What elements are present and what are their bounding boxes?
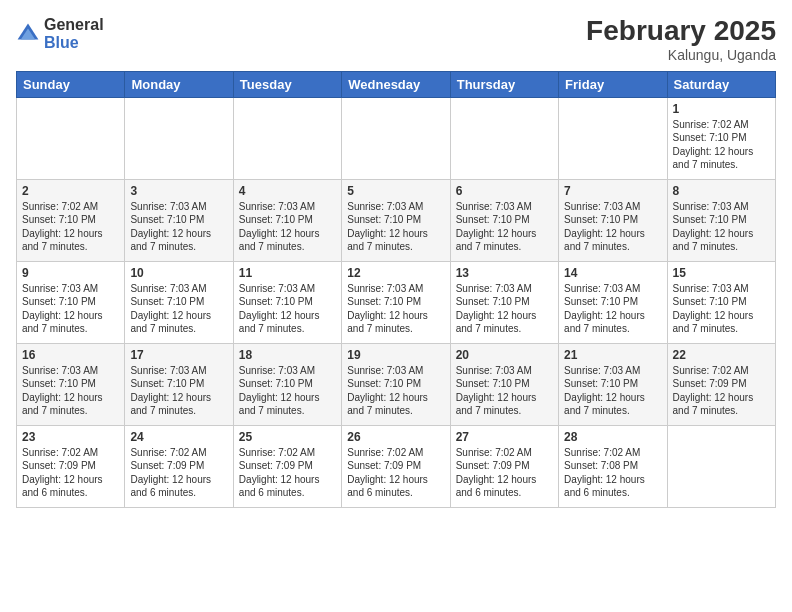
calendar-day-cell [667,425,775,507]
page: General Blue February 2025 Kalungu, Ugan… [0,0,792,612]
day-info: Sunrise: 7:03 AM Sunset: 7:10 PM Dayligh… [130,364,227,418]
day-number: 2 [22,184,119,198]
calendar-day-cell [125,97,233,179]
day-number: 6 [456,184,553,198]
day-info: Sunrise: 7:03 AM Sunset: 7:10 PM Dayligh… [22,364,119,418]
day-number: 23 [22,430,119,444]
calendar-day-header: Saturday [667,71,775,97]
day-info: Sunrise: 7:03 AM Sunset: 7:10 PM Dayligh… [22,282,119,336]
day-info: Sunrise: 7:03 AM Sunset: 7:10 PM Dayligh… [239,282,336,336]
calendar-day-cell: 9Sunrise: 7:03 AM Sunset: 7:10 PM Daylig… [17,261,125,343]
calendar-day-cell: 17Sunrise: 7:03 AM Sunset: 7:10 PM Dayli… [125,343,233,425]
calendar-day-header: Monday [125,71,233,97]
calendar-day-cell: 15Sunrise: 7:03 AM Sunset: 7:10 PM Dayli… [667,261,775,343]
logo: General Blue [16,16,104,51]
day-number: 5 [347,184,444,198]
calendar-day-cell: 19Sunrise: 7:03 AM Sunset: 7:10 PM Dayli… [342,343,450,425]
day-number: 21 [564,348,661,362]
month-title: February 2025 [586,16,776,47]
calendar-day-cell [450,97,558,179]
day-number: 11 [239,266,336,280]
location: Kalungu, Uganda [586,47,776,63]
day-info: Sunrise: 7:02 AM Sunset: 7:10 PM Dayligh… [22,200,119,254]
day-number: 4 [239,184,336,198]
day-number: 27 [456,430,553,444]
calendar-day-cell: 11Sunrise: 7:03 AM Sunset: 7:10 PM Dayli… [233,261,341,343]
day-info: Sunrise: 7:03 AM Sunset: 7:10 PM Dayligh… [456,364,553,418]
day-number: 18 [239,348,336,362]
day-number: 9 [22,266,119,280]
calendar-week-row: 16Sunrise: 7:03 AM Sunset: 7:10 PM Dayli… [17,343,776,425]
day-number: 15 [673,266,770,280]
day-number: 8 [673,184,770,198]
day-info: Sunrise: 7:02 AM Sunset: 7:08 PM Dayligh… [564,446,661,500]
calendar-day-cell: 13Sunrise: 7:03 AM Sunset: 7:10 PM Dayli… [450,261,558,343]
calendar-day-header: Tuesday [233,71,341,97]
day-info: Sunrise: 7:03 AM Sunset: 7:10 PM Dayligh… [239,364,336,418]
logo-text: General Blue [44,16,104,51]
day-info: Sunrise: 7:03 AM Sunset: 7:10 PM Dayligh… [130,282,227,336]
calendar-day-cell: 20Sunrise: 7:03 AM Sunset: 7:10 PM Dayli… [450,343,558,425]
day-number: 14 [564,266,661,280]
day-info: Sunrise: 7:03 AM Sunset: 7:10 PM Dayligh… [239,200,336,254]
day-info: Sunrise: 7:02 AM Sunset: 7:09 PM Dayligh… [456,446,553,500]
day-info: Sunrise: 7:03 AM Sunset: 7:10 PM Dayligh… [564,282,661,336]
logo-icon [16,22,40,46]
day-info: Sunrise: 7:03 AM Sunset: 7:10 PM Dayligh… [130,200,227,254]
calendar-day-cell: 6Sunrise: 7:03 AM Sunset: 7:10 PM Daylig… [450,179,558,261]
day-number: 22 [673,348,770,362]
day-info: Sunrise: 7:03 AM Sunset: 7:10 PM Dayligh… [673,200,770,254]
day-number: 19 [347,348,444,362]
calendar-day-cell: 12Sunrise: 7:03 AM Sunset: 7:10 PM Dayli… [342,261,450,343]
calendar-week-row: 1Sunrise: 7:02 AM Sunset: 7:10 PM Daylig… [17,97,776,179]
calendar-day-header: Friday [559,71,667,97]
day-number: 17 [130,348,227,362]
day-number: 13 [456,266,553,280]
calendar-day-cell [233,97,341,179]
calendar-day-cell: 16Sunrise: 7:03 AM Sunset: 7:10 PM Dayli… [17,343,125,425]
header: General Blue February 2025 Kalungu, Ugan… [16,16,776,63]
calendar-day-cell: 26Sunrise: 7:02 AM Sunset: 7:09 PM Dayli… [342,425,450,507]
calendar-day-cell [342,97,450,179]
day-info: Sunrise: 7:03 AM Sunset: 7:10 PM Dayligh… [347,282,444,336]
day-number: 1 [673,102,770,116]
day-number: 24 [130,430,227,444]
calendar-day-cell: 21Sunrise: 7:03 AM Sunset: 7:10 PM Dayli… [559,343,667,425]
calendar-day-cell: 23Sunrise: 7:02 AM Sunset: 7:09 PM Dayli… [17,425,125,507]
title-block: February 2025 Kalungu, Uganda [586,16,776,63]
calendar-day-cell: 25Sunrise: 7:02 AM Sunset: 7:09 PM Dayli… [233,425,341,507]
calendar-week-row: 9Sunrise: 7:03 AM Sunset: 7:10 PM Daylig… [17,261,776,343]
calendar-day-header: Thursday [450,71,558,97]
day-info: Sunrise: 7:03 AM Sunset: 7:10 PM Dayligh… [456,200,553,254]
calendar-day-cell: 2Sunrise: 7:02 AM Sunset: 7:10 PM Daylig… [17,179,125,261]
day-info: Sunrise: 7:02 AM Sunset: 7:09 PM Dayligh… [130,446,227,500]
calendar-day-header: Wednesday [342,71,450,97]
calendar-week-row: 2Sunrise: 7:02 AM Sunset: 7:10 PM Daylig… [17,179,776,261]
day-info: Sunrise: 7:03 AM Sunset: 7:10 PM Dayligh… [564,200,661,254]
calendar-table: SundayMondayTuesdayWednesdayThursdayFrid… [16,71,776,508]
calendar-week-row: 23Sunrise: 7:02 AM Sunset: 7:09 PM Dayli… [17,425,776,507]
calendar-day-cell: 7Sunrise: 7:03 AM Sunset: 7:10 PM Daylig… [559,179,667,261]
day-info: Sunrise: 7:02 AM Sunset: 7:10 PM Dayligh… [673,118,770,172]
day-number: 26 [347,430,444,444]
day-number: 12 [347,266,444,280]
calendar-day-cell: 22Sunrise: 7:02 AM Sunset: 7:09 PM Dayli… [667,343,775,425]
day-number: 16 [22,348,119,362]
logo-blue: Blue [44,34,104,52]
day-info: Sunrise: 7:02 AM Sunset: 7:09 PM Dayligh… [239,446,336,500]
calendar-day-cell: 5Sunrise: 7:03 AM Sunset: 7:10 PM Daylig… [342,179,450,261]
calendar-day-cell: 8Sunrise: 7:03 AM Sunset: 7:10 PM Daylig… [667,179,775,261]
day-info: Sunrise: 7:02 AM Sunset: 7:09 PM Dayligh… [673,364,770,418]
day-info: Sunrise: 7:03 AM Sunset: 7:10 PM Dayligh… [456,282,553,336]
day-number: 3 [130,184,227,198]
calendar-day-cell: 18Sunrise: 7:03 AM Sunset: 7:10 PM Dayli… [233,343,341,425]
day-number: 25 [239,430,336,444]
calendar-day-cell: 1Sunrise: 7:02 AM Sunset: 7:10 PM Daylig… [667,97,775,179]
calendar-day-cell [559,97,667,179]
calendar-day-cell: 14Sunrise: 7:03 AM Sunset: 7:10 PM Dayli… [559,261,667,343]
calendar-header-row: SundayMondayTuesdayWednesdayThursdayFrid… [17,71,776,97]
calendar-day-cell [17,97,125,179]
day-info: Sunrise: 7:03 AM Sunset: 7:10 PM Dayligh… [564,364,661,418]
day-info: Sunrise: 7:02 AM Sunset: 7:09 PM Dayligh… [22,446,119,500]
day-info: Sunrise: 7:03 AM Sunset: 7:10 PM Dayligh… [347,364,444,418]
